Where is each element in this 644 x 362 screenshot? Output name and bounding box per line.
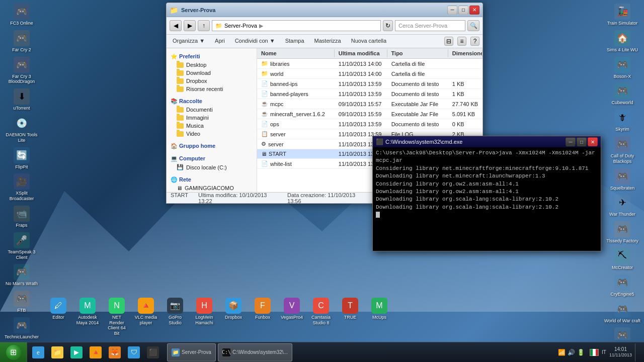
explorer-minimize-button[interactable]: ─ [447,6,457,15]
bottom-desktop-icon-1[interactable]: M Autodesk Maya 2014 [74,296,101,338]
bottom-desktop-icon-8[interactable]: V VegasPro4 [278,296,305,338]
sidebar-item-video[interactable]: Video [167,130,257,138]
taskbar-app-6[interactable]: ⬛ [144,343,162,361]
left-desktop-icon-2[interactable]: 🎮 Far Cry 3 BloodDragon [2,55,41,86]
right-desktop-icon-6[interactable]: 🎮 Squelbraten [603,167,642,193]
homegroup-header[interactable]: 🏠 Gruppo home [167,142,257,150]
col-modified[interactable]: Ultima modifica [335,49,387,57]
right-desktop-icon-2[interactable]: 🎮 Boson-X [603,55,642,81]
bottom-desktop-icon-6[interactable]: 📦 Dropbox [220,296,247,338]
bottom-desktop-icon-2[interactable]: N NET Render Client 64 Bit [103,296,130,338]
right-desktop-icon-7[interactable]: ✈ War Thunder [603,193,642,219]
taskbar-explorer-item[interactable]: 📁 Server-Prova [167,343,216,361]
left-desktop-icon-9[interactable]: 🎮 No Man's Wrath [2,262,41,288]
help-button[interactable]: ? [470,37,479,46]
bottom-desktop-icon-9[interactable]: C Camtasia Studio 8 [307,296,335,338]
right-desktop-icon-3[interactable]: 🎮 Cubeworld [603,81,642,107]
collections-header[interactable]: 📚 Raccolte [167,97,257,106]
right-desktop-icon-4[interactable]: 🗡 Skyrim [603,108,642,134]
left-desktop-icon-7[interactable]: 📹 Fraps [2,204,41,230]
taskbar-app-1[interactable]: 📁 [48,343,66,361]
taskbar-app-2[interactable]: ▶ [67,343,86,361]
bottom-desktop-icon-5[interactable]: H LogMeIn Hamachi [191,296,218,338]
back-button[interactable]: ◀ [170,20,182,31]
computer-header[interactable]: 💻 Computer [167,154,257,163]
file-row[interactable]: ☕ mcpc 09/10/2013 15:57 Executable Jar F… [257,99,482,109]
search-bar[interactable]: Cerca Server-Prova [395,20,465,31]
right-desktop-icon-10[interactable]: 🎮 CryEngine5 [603,273,642,299]
right-desktop-icon-1[interactable]: 🏠 Sims 4 Lite WU [603,29,642,54]
bottom-desktop-icon-7[interactable]: F Funbox [249,296,276,338]
sidebar-item-download[interactable]: Download [167,69,257,77]
right-desktop-icon-11[interactable]: 🎮 World of War craft [603,300,642,325]
sidebar-item-images[interactable]: Immagini [167,114,257,122]
folder-icon: 📁 [170,6,178,14]
refresh-button[interactable]: ↻ [383,20,393,31]
sidebar-item-recent[interactable]: Risorse recenti [167,85,257,93]
burn-menu[interactable]: Masterizza [311,37,344,46]
open-menu[interactable]: Apri [212,37,228,46]
network-header[interactable]: 🌐 Rete [167,175,257,184]
forward-button[interactable]: ▶ [184,20,196,31]
file-row[interactable]: ☕ minecraft_server.1.6.2 09/10/2013 15:5… [257,109,482,119]
organize-menu[interactable]: Organizza ▼ [170,37,208,46]
col-size[interactable]: Dimensione [448,49,482,57]
file-row[interactable]: 📁 libraries 11/10/2013 14:00 Cartella di… [257,59,482,69]
bottom-desktop-icon-10[interactable]: T TRUE [337,296,364,338]
right-desktop-icon-8[interactable]: 🎮 Tlssedy Factory [603,220,642,245]
up-button[interactable]: ↑ [198,20,210,31]
cmd-minimize-button[interactable]: ─ [566,137,576,146]
bottom-desktop-icon-4[interactable]: 📷 GoPro Studio [162,296,189,338]
taskbar-app-icon-3: 🔺 [90,346,102,358]
explorer-close-button[interactable]: ✕ [469,6,479,15]
explorer-maximize-button[interactable]: □ [458,6,468,15]
left-desktop-icon-5[interactable]: 🔄 FlipPit [2,146,41,171]
left-desktop-icon-11[interactable]: 🎮 TechnicLauncher [2,316,41,340]
col-name[interactable]: Nome [257,49,335,57]
col-type[interactable]: Tipo [387,49,448,57]
start-button[interactable]: ⊞ [0,342,27,363]
sidebar-item-music[interactable]: Musica [167,122,257,130]
file-row[interactable]: 📄 banned-players 11/10/2013 13:59 Docume… [257,89,482,99]
sidebar-item-c-drive[interactable]: 💾 Disco locale (C:) [167,163,257,171]
address-bar[interactable]: 📁 Server-Prova ▶ [212,20,381,31]
taskbar-app-4[interactable]: 🦊 [106,343,124,361]
sidebar-item-docs[interactable]: Documenti [167,106,257,114]
left-desktop-icon-0[interactable]: 🎮 FC3 Online [2,2,41,28]
share-menu[interactable]: Condividi con ▼ [232,37,278,46]
left-desktop-icon-6[interactable]: 🎥 XSplit Broadcaster [2,172,41,203]
left-desktop-icon-10[interactable]: 🎮 FTB [2,289,41,315]
cmd-close-button[interactable]: ✕ [588,137,598,146]
file-row[interactable]: 📄 banned-ips 11/10/2013 13:59 Documento … [257,79,482,89]
right-desktop-icon-9[interactable]: ⛏ McCreator [603,246,642,272]
left-desktop-icon-8[interactable]: 🎤 TeamSpeak 3 Client [2,231,41,262]
sidebar-item-desktop[interactable]: Desktop [167,61,257,69]
bottom-desktop-icon-11[interactable]: M McUps [366,296,393,338]
left-desktop-icon-1[interactable]: 🎮 Far Cry 2 [2,29,41,54]
right-desktop-icon-5[interactable]: 🎮 Call of Duty Blackops [603,135,642,166]
taskbar-app-5[interactable]: 🛡 [125,343,143,361]
sidebar-item-network-pc[interactable]: 🖥 GAMINGGIACOMO [167,184,257,192]
taskbar-app-0[interactable]: e [29,343,47,361]
sidebar-item-dropbox[interactable]: Dropbox [167,77,257,85]
search-button[interactable]: 🔍 [467,20,479,31]
cmd-maximize-button[interactable]: □ [577,137,587,146]
bottom-desktop-icon-3[interactable]: 🔺 VLC media player [132,296,159,338]
file-name-1: 📁 world [257,69,335,78]
view-details[interactable]: ≡ [457,37,466,46]
show-desktop-button[interactable] [635,343,640,361]
print-menu[interactable]: Stampa [282,37,307,46]
right-desktop-icon-12[interactable]: 🎮 GPA1 4 Demo [603,326,642,340]
file-size-0 [448,63,482,65]
file-row[interactable]: 📁 world 11/10/2013 14:00 Cartella di fil… [257,69,482,79]
file-row[interactable]: 📄 ops 11/10/2013 13:59 Documento di test… [257,119,482,129]
right-desktop-icon-0[interactable]: 🚂 Train Simulator [603,2,642,28]
bottom-desktop-icon-0[interactable]: 🖊 Editor [45,296,72,338]
new-folder-menu[interactable]: Nuova cartella [348,37,389,46]
view-toggle[interactable]: ⊟ [444,37,453,46]
favorites-header[interactable]: ⭐ Preferiti [167,52,257,61]
taskbar-app-3[interactable]: 🔺 [87,343,105,361]
left-desktop-icon-3[interactable]: ⬇ uTorrent [2,87,41,113]
taskbar-cmd-item[interactable]: C:\ C:\Windows\system32\... [218,343,292,361]
left-desktop-icon-4[interactable]: 💿 DAEMON Tools Lite [2,114,41,145]
